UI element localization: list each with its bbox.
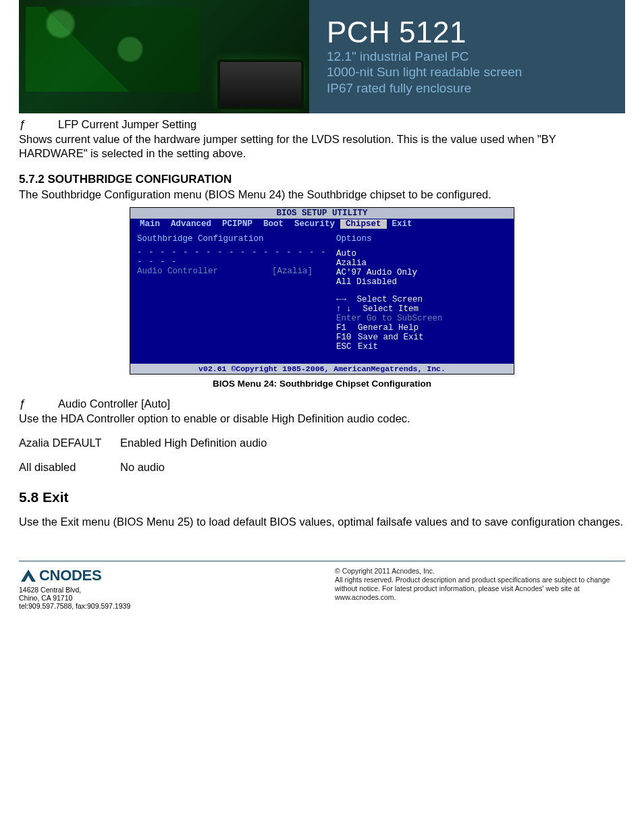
footer-left: CNODES 14628 Central Blvd, Chino, CA 917… bbox=[19, 567, 130, 610]
bios-nav-esc: ESCExit bbox=[336, 342, 507, 352]
table-row: Azalia DEFAULT Enabled High Definition a… bbox=[19, 435, 625, 450]
audio-row1-key: All disabled bbox=[19, 460, 120, 474]
bios-menu-chipset: Chipset bbox=[340, 219, 387, 229]
bios-menu-security: Security bbox=[289, 219, 340, 229]
bios-title-bar: BIOS SETUP UTILITY bbox=[130, 208, 514, 219]
footer-rule bbox=[19, 561, 625, 561]
bullet-symbol: ƒ bbox=[19, 397, 58, 412]
audio-row0-val: Enabled High Definition audio bbox=[120, 435, 267, 450]
bios-row-audio: Audio Controller [Azalia] bbox=[137, 267, 333, 276]
bios-left-header: Southbridge Configuration bbox=[137, 234, 333, 244]
footer-address-1: 14628 Central Blvd, bbox=[19, 586, 130, 594]
bios-divider: - - - - - - - - - - - - - - - - - - - - … bbox=[137, 248, 333, 267]
bios-menu-boot: Boot bbox=[258, 219, 289, 229]
banner-text: PCH 5121 12.1" industrial Panel PC 1000-… bbox=[309, 0, 625, 113]
footer-legal: All rights reserved. Product description… bbox=[335, 576, 625, 602]
table-row: All disabled No audio bbox=[19, 460, 625, 474]
logo-text: CNODES bbox=[39, 567, 101, 584]
audio-row1-val: No audio bbox=[120, 460, 165, 474]
nav-f1-label: General Help bbox=[358, 323, 419, 333]
bios-options-header: Options bbox=[336, 234, 507, 244]
bios-menu-pcipnp: PCIPNP bbox=[217, 219, 258, 229]
up-down-arrows-icon: ↑ ↓ bbox=[336, 304, 358, 314]
section-para-572: The Southbridge Configuration menu (BIOS… bbox=[19, 188, 625, 202]
bios-screen: BIOS SETUP UTILITY Main Advanced PCIPNP … bbox=[130, 207, 514, 375]
product-subtitle-3: IP67 rated fully enclosure bbox=[327, 80, 613, 97]
header-banner: PCH 5121 12.1" industrial Panel PC 1000-… bbox=[19, 0, 625, 113]
audio-row0-key: Azalia DEFAULT bbox=[19, 435, 120, 450]
acnodes-logo: CNODES bbox=[19, 567, 130, 584]
product-subtitle-1: 12.1" industrial Panel PC bbox=[327, 48, 613, 65]
bios-menu-exit: Exit bbox=[387, 219, 418, 229]
bios-option-3: All Disabled bbox=[336, 277, 507, 287]
nav-esc-label: Exit bbox=[358, 342, 378, 352]
footer-right: © Copyright 2011 Acnodes, Inc. All right… bbox=[335, 567, 625, 610]
nav-select-item-label: Select Item bbox=[363, 304, 419, 314]
footer-tel: tel:909.597.7588, fax:909.597.1939 bbox=[19, 602, 130, 610]
bios-figure: BIOS SETUP UTILITY Main Advanced PCIPNP … bbox=[19, 207, 625, 395]
audio-controller-bullet: ƒ Audio Controller [Auto] bbox=[19, 397, 625, 412]
audio-controller-para: Use the HDA Controller option to enable … bbox=[19, 412, 625, 426]
bios-menu-advanced: Advanced bbox=[165, 219, 217, 229]
bios-row-val: [Azalia] bbox=[272, 267, 313, 276]
bios-option-0: Auto bbox=[336, 249, 507, 258]
lfp-jumper-para: Shows current value of the hardware jump… bbox=[19, 132, 625, 161]
lfp-jumper-bullet: ƒ LFP Current Jumper Setting bbox=[19, 117, 625, 132]
bios-nav-f1: F1General Help bbox=[336, 323, 507, 333]
audio-options-table: Azalia DEFAULT Enabled High Definition a… bbox=[19, 435, 625, 475]
bios-figure-caption: BIOS Menu 24: Southbridge Chipset Config… bbox=[213, 379, 431, 389]
nav-select-screen-label: Select Screen bbox=[357, 295, 423, 304]
nav-f10-label: Save and Exit bbox=[358, 333, 424, 342]
bios-right-pane: Options Auto Azalia AC'97 Audio Only All… bbox=[333, 234, 507, 357]
bios-nav-f10: F10Save and Exit bbox=[336, 333, 507, 342]
bios-footer-bar: v02.61 ©Copyright 1985-2006, AmericanMeg… bbox=[130, 364, 514, 374]
product-title: PCH 5121 bbox=[327, 16, 613, 49]
bios-option-2: AC'97 Audio Only bbox=[336, 268, 507, 277]
audio-controller-label: Audio Controller [Auto] bbox=[58, 397, 170, 411]
page-footer: CNODES 14628 Central Blvd, Chino, CA 917… bbox=[19, 567, 625, 610]
section-heading-58: 5.8 Exit bbox=[19, 489, 625, 505]
bullet-symbol: ƒ bbox=[19, 117, 58, 132]
bios-option-1: Azalia bbox=[336, 258, 507, 268]
bios-nav-select-item: ↑ ↓ Select Item bbox=[336, 304, 507, 314]
bios-nav-enter: Enter Go to SubScreen bbox=[336, 314, 507, 323]
banner-image bbox=[19, 0, 309, 113]
bios-left-pane: Southbridge Configuration - - - - - - - … bbox=[137, 234, 333, 357]
bios-menu-main: Main bbox=[134, 219, 165, 229]
section-para-58: Use the Exit menu (BIOS Menu 25) to load… bbox=[19, 515, 625, 529]
product-subtitle-2: 1000-nit Sun light readable screen bbox=[327, 63, 613, 81]
logo-icon bbox=[19, 568, 38, 583]
bios-row-key: Audio Controller bbox=[137, 267, 272, 276]
footer-copyright: © Copyright 2011 Acnodes, Inc. bbox=[335, 567, 625, 576]
left-right-arrows-icon: ←→ bbox=[336, 295, 346, 304]
lfp-jumper-label: LFP Current Jumper Setting bbox=[58, 117, 196, 132]
bios-nav-select-screen: ←→ Select Screen bbox=[336, 295, 507, 304]
footer-address-2: Chino, CA 91710 bbox=[19, 594, 130, 602]
bios-menu-bar: Main Advanced PCIPNP Boot Security Chips… bbox=[130, 219, 514, 230]
section-heading-572: 5.7.2 SOUTHBRIDGE CONFIGURATION bbox=[19, 173, 625, 186]
